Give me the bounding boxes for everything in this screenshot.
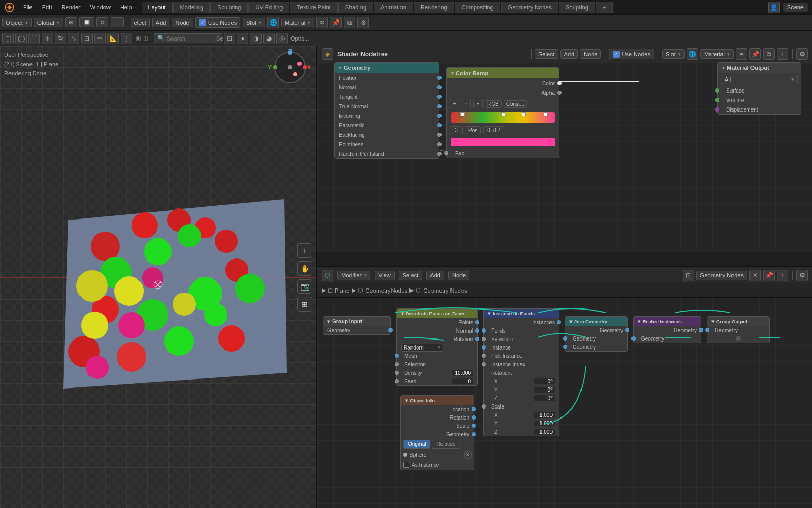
pivot-btn[interactable]: ⊙ — [65, 17, 77, 27]
zoom-btn[interactable]: + — [297, 243, 312, 258]
viewport-shading3[interactable]: ◕ — [263, 33, 275, 44]
menu-file[interactable]: File — [19, 3, 37, 12]
geonode-add-btn[interactable]: Add — [426, 271, 444, 280]
close-material-icon[interactable]: ✕ — [316, 17, 328, 28]
tab-animation[interactable]: Animation — [374, 2, 413, 13]
geonode-viewport-icon[interactable]: ⊡ — [683, 270, 694, 281]
grid-btn[interactable]: ⊞ — [297, 297, 312, 312]
tab-sculpting[interactable]: Sculpting — [210, 2, 248, 13]
iop-header[interactable]: ▾ Instance on Points — [484, 309, 559, 318]
ramp-handle-1[interactable] — [501, 112, 505, 116]
shader-node-btn[interactable]: Node — [580, 49, 601, 59]
shader-select-btn[interactable]: Select — [535, 49, 558, 59]
select-btn[interactable]: elect — [131, 18, 150, 27]
shader-new-icon[interactable]: + — [777, 48, 788, 60]
geonode-settings-icon[interactable]: ⚙ — [796, 270, 808, 281]
shader-close-icon[interactable]: ✕ — [736, 48, 747, 60]
view-layer-icon[interactable]: ◫ — [143, 35, 148, 41]
geometry-node-header[interactable]: ▾ Geometry — [335, 63, 439, 73]
tab-scripting[interactable]: Scripting — [559, 2, 595, 13]
matout-all-dropdown[interactable]: All ▾ — [721, 75, 798, 84]
pin-icon[interactable]: 📌 — [330, 17, 342, 28]
geonode-new-icon[interactable]: + — [777, 270, 788, 281]
settings-icon[interactable]: ⚙ — [357, 17, 369, 28]
tab-rendering[interactable]: Rendering — [414, 2, 454, 13]
nav-widget[interactable]: Z X Y — [274, 52, 311, 88]
cr-add-btn[interactable]: + — [450, 99, 459, 108]
geonode-node-btn[interactable]: Node — [448, 271, 469, 280]
shader-add-btn[interactable]: Add — [560, 49, 578, 59]
bc-geonodes-label[interactable]: GeometryNodes — [365, 287, 407, 294]
ri-header[interactable]: ▾ Realize Instances — [634, 317, 701, 326]
tab-shading[interactable]: Shading — [338, 2, 373, 13]
use-nodes[interactable]: ✓ Use Nodes — [195, 17, 240, 28]
tool-transform[interactable]: ⊡ — [81, 33, 93, 44]
go-header[interactable]: ▾ Group Output — [707, 317, 769, 326]
mode-selector[interactable]: Object ▾ — [2, 18, 32, 27]
world-icon[interactable]: 🌐 — [267, 17, 279, 28]
cr-const-btn[interactable]: Const... — [504, 100, 527, 108]
search-box[interactable]: 🔍 Search — [154, 33, 222, 43]
proportional-btn[interactable]: ⊚ — [96, 17, 108, 27]
tool-annotate[interactable]: ✏ — [94, 33, 106, 44]
viewport-panel[interactable]: User Perspective (21) Scene_1 | Plane Re… — [0, 46, 317, 508]
geonode-title-btn[interactable]: Geometry Nodes — [696, 271, 747, 280]
geonode-close-icon[interactable]: ✕ — [749, 270, 761, 281]
slot-dropdown[interactable]: Slot ▾ — [243, 18, 265, 27]
tab-texture-paint[interactable]: Texture Paint — [290, 2, 337, 13]
geonode-canvas[interactable]: ▾ Group Input Geometry ▾ Distribute Poin… — [317, 298, 812, 508]
gi-header[interactable]: ▾ Group Input — [323, 317, 390, 326]
tool-select-lasso[interactable]: ⌒ — [28, 33, 40, 44]
oi-header[interactable]: ▾ Object Info — [401, 396, 474, 405]
user-icon[interactable]: 👤 — [768, 2, 780, 13]
hand-btn[interactable]: ✋ — [297, 261, 312, 276]
add-btn[interactable]: Add — [152, 18, 170, 27]
menu-edit[interactable]: Edit — [38, 3, 56, 12]
bc-plane-label[interactable]: Plane — [335, 287, 349, 294]
extras-btn[interactable]: ⋯ — [111, 17, 124, 27]
tool-select-circle[interactable]: ◯ — [15, 33, 27, 44]
ramp-handle-2[interactable] — [522, 112, 526, 116]
shader-material-dropdown[interactable]: Material ▾ — [700, 49, 734, 59]
shader-settings-icon[interactable]: ⚙ — [796, 48, 808, 60]
options-label[interactable]: Optio... — [290, 35, 309, 42]
transform-selector[interactable]: Global ▾ — [34, 18, 63, 27]
cr-index-field[interactable]: 3 — [450, 126, 463, 134]
tab-layout[interactable]: Layout — [142, 2, 173, 13]
tool-extra[interactable]: ⋮ — [121, 33, 132, 44]
jg-header[interactable]: ▾ Join Geometry — [565, 317, 627, 326]
tool-select-box[interactable]: ⬚ — [2, 33, 14, 44]
viewport-shading[interactable]: ● — [237, 33, 248, 44]
dp-header[interactable]: ▾ Distribute Points on Faces — [397, 309, 477, 318]
shader-world-icon[interactable]: 🌐 — [687, 48, 698, 60]
cr-pos-value[interactable]: 0.767 — [483, 126, 504, 134]
geonode-pin-icon[interactable]: 📌 — [763, 270, 775, 281]
shader-use-nodes-checkbox[interactable]: ✓ — [613, 51, 620, 58]
tab-compositing[interactable]: Compositing — [455, 2, 500, 13]
bc-final-label[interactable]: Geometry Nodes — [423, 287, 467, 294]
tool-measure[interactable]: 📐 — [107, 33, 119, 44]
shader-pin-icon[interactable]: 📌 — [749, 48, 761, 60]
cr-chevron-icon[interactable]: ▾ — [473, 99, 483, 108]
tab-geometry-nodes[interactable]: Geometry Nodes — [501, 2, 558, 13]
tool-scale[interactable]: ⤡ — [68, 33, 79, 44]
node-btn[interactable]: Node — [172, 18, 193, 27]
app-logo[interactable] — [2, 0, 17, 15]
shader-use-nodes[interactable]: ✓ Use Nodes — [609, 49, 654, 59]
viewport-shading4[interactable]: ◎ — [276, 33, 288, 44]
menu-help[interactable]: Help — [116, 3, 136, 12]
snapping-btn[interactable]: 🔲 — [79, 17, 94, 27]
tab-uv-editing[interactable]: UV Editing — [248, 2, 289, 13]
menu-render[interactable]: Render — [57, 3, 85, 12]
oi-original-btn[interactable]: Original — [403, 440, 430, 449]
dp-random-select[interactable]: Random ▾ — [401, 344, 443, 352]
shader-copy-icon[interactable]: ⧉ — [763, 48, 775, 60]
cr-rgb-btn[interactable]: RGB — [485, 100, 502, 108]
cr-pos-label-btn[interactable]: Pos — [465, 126, 481, 134]
ramp-handle-0[interactable] — [460, 112, 465, 116]
cr-remove-btn[interactable]: − — [462, 99, 471, 108]
as-instance-checkbox[interactable] — [403, 462, 409, 468]
geonode-select-btn[interactable]: Select — [399, 271, 423, 280]
colorramp-header[interactable]: ▾ Color Ramp — [447, 68, 559, 78]
shader-canvas[interactable]: ▾ Geometry Position Normal Tangent — [317, 62, 812, 252]
